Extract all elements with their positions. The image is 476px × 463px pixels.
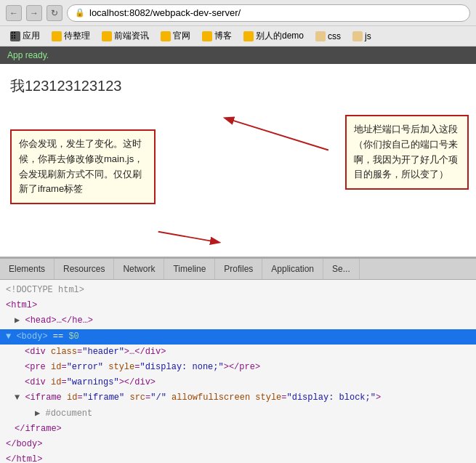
bookmark-js-label: js bbox=[365, 31, 371, 41]
folder-icon-blog bbox=[202, 31, 212, 41]
bookmark-official[interactable]: 官网 bbox=[156, 28, 195, 44]
folder-icon-js bbox=[352, 31, 363, 41]
tab-profiles[interactable]: Profiles bbox=[215, 259, 262, 279]
callout-right: 地址栏端口号后加入这段（你们按自己的端口号来啊，我因为开了好几个项目的服务，所以… bbox=[345, 115, 469, 190]
svg-line-0 bbox=[225, 118, 328, 150]
app-status-text: App ready. bbox=[7, 50, 49, 60]
bookmark-pending-label: 待整理 bbox=[64, 30, 90, 42]
app-main-text: 我123123123123 bbox=[10, 76, 121, 96]
dom-line-html-close: </html> bbox=[0, 452, 476, 463]
dom-line-doctype: <!DOCTYPE html> bbox=[0, 283, 476, 298]
bookmark-js[interactable]: js bbox=[348, 30, 376, 43]
forward-button[interactable]: → bbox=[26, 5, 42, 21]
app-content: 我123123123123 bbox=[0, 64, 476, 108]
bookmark-demo-label: 别人的demo bbox=[256, 30, 304, 42]
bookmark-frontend-label: 前端资讯 bbox=[114, 30, 149, 42]
refresh-button[interactable]: ↻ bbox=[47, 5, 62, 21]
bookmark-demo[interactable]: 别人的demo bbox=[239, 28, 308, 44]
dom-line-head[interactable]: ▶ <head>…</he…> bbox=[0, 313, 476, 329]
dom-line-iframe-close: </iframe> bbox=[0, 422, 476, 437]
bookmark-pending[interactable]: 待整理 bbox=[47, 28, 94, 44]
tab-resources[interactable]: Resources bbox=[55, 259, 114, 279]
annotation-area: 你会发现，发生了变化。这时候，你再去修改修改main.js，会发现刷新方式不同。… bbox=[0, 108, 476, 257]
app-status-bar: App ready. bbox=[0, 47, 476, 64]
callout-right-text: 地址栏端口号后加入这段（你们按自己的端口号来啊，我因为开了好几个项目的服务，所以… bbox=[354, 124, 458, 180]
dom-viewer: <!DOCTYPE html> <html> ▶ <head>…</he…> ▼… bbox=[0, 280, 476, 463]
tab-network[interactable]: Network bbox=[114, 259, 164, 279]
dom-line-document[interactable]: ▶ #document bbox=[0, 406, 476, 422]
bookmark-official-label: 官网 bbox=[173, 30, 190, 42]
bookmark-css-label: css bbox=[328, 31, 341, 41]
apps-grid-icon: ⠿ bbox=[10, 31, 20, 41]
devtools-panel: Elements Resources Network Timeline Prof… bbox=[0, 257, 476, 463]
lock-icon: 🔒 bbox=[75, 8, 85, 17]
tab-security[interactable]: Se... bbox=[323, 259, 360, 279]
svg-line-1 bbox=[158, 232, 219, 243]
bookmark-css[interactable]: css bbox=[311, 30, 345, 43]
dom-line-body-close: </body> bbox=[0, 437, 476, 452]
tab-application[interactable]: Application bbox=[262, 259, 323, 279]
dom-line-iframe[interactable]: ▼ <iframe id="iframe" src="/" allowfulls… bbox=[0, 390, 476, 406]
dom-line-div-header[interactable]: <div class="header">…</div> bbox=[0, 345, 476, 360]
dom-line-body-selected[interactable]: ▼ <body> == $0 bbox=[0, 329, 476, 345]
bookmark-apps[interactable]: ⠿ 应用 bbox=[6, 28, 44, 44]
folder-icon-pending bbox=[52, 31, 62, 41]
dom-line-html-open[interactable]: <html> bbox=[0, 298, 476, 313]
tab-timeline[interactable]: Timeline bbox=[164, 259, 215, 279]
address-bar[interactable]: 🔒 localhost:8082/webpack-dev-server/ bbox=[67, 4, 470, 22]
dom-line-div-warnings[interactable]: <div id="warnings"></div> bbox=[0, 375, 476, 390]
bookmark-frontend[interactable]: 前端资讯 bbox=[97, 28, 153, 44]
address-text: localhost:8082/webpack-dev-server/ bbox=[89, 7, 241, 18]
folder-icon-official bbox=[161, 31, 171, 41]
bookmark-blog[interactable]: 博客 bbox=[198, 28, 236, 44]
dom-line-pre-error[interactable]: <pre id="error" style="display: none;"><… bbox=[0, 360, 476, 375]
main-content: App ready. 我123123123123 你会发 bbox=[0, 47, 476, 463]
bookmark-apps-label: 应用 bbox=[23, 30, 40, 42]
devtools-tabs: Elements Resources Network Timeline Prof… bbox=[0, 258, 476, 280]
bookmark-blog-label: 博客 bbox=[214, 30, 232, 42]
tab-elements[interactable]: Elements bbox=[0, 259, 55, 279]
browser-toolbar: ← → ↻ 🔒 localhost:8082/webpack-dev-serve… bbox=[0, 0, 476, 26]
folder-icon-demo bbox=[243, 31, 254, 41]
callout-left: 你会发现，发生了变化。这时候，你再去修改修改main.js，会发现刷新方式不同。… bbox=[10, 129, 156, 204]
folder-icon-frontend bbox=[102, 31, 112, 41]
back-button[interactable]: ← bbox=[6, 5, 22, 21]
folder-icon-css bbox=[315, 31, 326, 41]
bookmarks-bar: ⠿ 应用 待整理 前端资讯 官网 博客 别人的demo css js bbox=[0, 26, 476, 47]
callout-left-text: 你会发现，发生了变化。这时候，你再去修改修改main.js，会发现刷新方式不同。… bbox=[19, 138, 143, 194]
